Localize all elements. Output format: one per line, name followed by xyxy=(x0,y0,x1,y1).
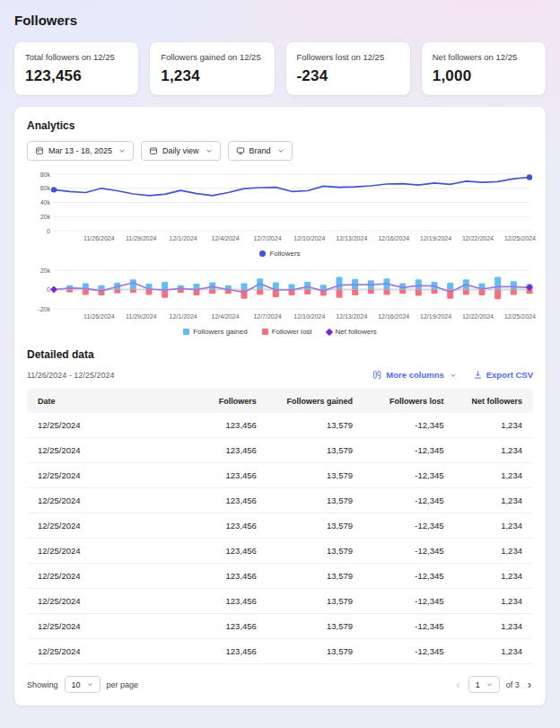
svg-text:20k: 20k xyxy=(40,214,51,220)
table-row: 12/25/2024 123,456 13,579 -12,345 1,234 xyxy=(27,413,533,438)
bar-chart-legend: Followers gained Follower lost Net follo… xyxy=(27,328,533,336)
table-row: 12/25/2024 123,456 13,579 -12,345 1,234 xyxy=(27,589,533,614)
cell-followers: 123,456 xyxy=(179,614,267,638)
view-granularity-label: Daily view xyxy=(162,146,199,155)
cell-followers-gained: 13,579 xyxy=(267,614,363,638)
svg-text:-20k: -20k xyxy=(38,306,50,312)
column-header-followers: Followers xyxy=(179,389,267,413)
stat-value: -234 xyxy=(297,67,399,85)
cell-followers: 123,456 xyxy=(179,564,267,588)
column-header-followers-lost: Followers lost xyxy=(363,389,455,413)
more-columns-button[interactable]: More columns xyxy=(372,370,456,380)
svg-text:11/29/2024: 11/29/2024 xyxy=(126,235,157,241)
next-page-button[interactable]: › xyxy=(526,679,533,690)
page-value: 1 xyxy=(476,680,480,689)
more-columns-label: More columns xyxy=(386,370,443,380)
table-body: 12/25/2024 123,456 13,579 -12,345 1,234 … xyxy=(27,413,533,664)
svg-text:12/19/2024: 12/19/2024 xyxy=(420,235,451,241)
cell-followers-lost: -12,345 xyxy=(363,513,455,538)
table-footer: Showing 10 per page ‹ 1 of 3 › xyxy=(27,664,533,693)
cell-followers-lost: -12,345 xyxy=(363,438,455,462)
svg-text:12/4/2024: 12/4/2024 xyxy=(211,313,239,320)
stat-card-net-followers: Net followers on 12/25 1,000 xyxy=(422,42,546,95)
cell-followers: 123,456 xyxy=(179,639,267,663)
svg-text:12/10/2024: 12/10/2024 xyxy=(293,313,325,320)
monitor-icon xyxy=(236,146,245,155)
page-select[interactable]: 1 xyxy=(468,676,500,693)
table-row: 12/25/2024 123,456 13,579 -12,345 1,234 xyxy=(27,614,533,639)
column-header-followers-gained: Followers gained xyxy=(267,389,363,413)
date-range-dropdown[interactable]: Mar 13 - 18, 2025 xyxy=(27,141,134,161)
svg-text:80k: 80k xyxy=(40,171,51,178)
cell-net-followers: 1,234 xyxy=(455,488,533,513)
cell-date: 12/25/2024 xyxy=(27,463,179,487)
cell-followers: 123,456 xyxy=(179,463,267,487)
stat-value: 1,000 xyxy=(433,67,535,85)
cell-date: 12/25/2024 xyxy=(27,564,179,588)
filters-row: Mar 13 - 18, 2025 Daily view Brand xyxy=(27,141,533,161)
cell-followers: 123,456 xyxy=(179,488,267,513)
svg-text:12/19/2024: 12/19/2024 xyxy=(420,313,451,320)
brand-label: Brand xyxy=(249,146,271,155)
chevron-down-icon xyxy=(277,147,284,154)
brand-dropdown[interactable]: Brand xyxy=(228,141,293,161)
cell-date: 12/25/2024 xyxy=(27,589,179,613)
cell-followers-gained: 13,579 xyxy=(267,539,363,563)
previous-page-button[interactable]: ‹ xyxy=(454,679,461,690)
page-title: Followers xyxy=(14,13,546,28)
date-range-label: Mar 13 - 18, 2025 xyxy=(48,146,112,155)
table-meta-row: 11/26/2024 - 12/25/2024 More columns Exp… xyxy=(27,370,533,380)
svg-text:12/4/2024: 12/4/2024 xyxy=(211,235,239,241)
cell-followers-gained: 13,579 xyxy=(267,463,363,487)
svg-text:12/25/2024: 12/25/2024 xyxy=(504,235,536,241)
legend-label: Net followers xyxy=(336,328,377,336)
cell-net-followers: 1,234 xyxy=(455,513,533,538)
cell-followers: 123,456 xyxy=(179,413,267,437)
table-header-row: Date Followers Followers gained Follower… xyxy=(27,389,533,413)
svg-text:12/25/2024: 12/25/2024 xyxy=(504,313,536,320)
detailed-data-title: Detailed data xyxy=(27,348,533,361)
net-legend-marker xyxy=(325,328,332,335)
column-header-net-followers: Net followers xyxy=(455,389,533,413)
view-granularity-dropdown[interactable]: Daily view xyxy=(141,141,221,161)
cell-date: 12/25/2024 xyxy=(27,413,179,437)
cell-followers-gained: 13,579 xyxy=(267,488,363,513)
cell-followers: 123,456 xyxy=(179,438,267,462)
table-row: 12/25/2024 123,456 13,579 -12,345 1,234 xyxy=(27,539,533,564)
per-page-value: 10 xyxy=(72,680,81,689)
svg-text:12/13/2024: 12/13/2024 xyxy=(336,313,367,320)
cell-followers: 123,456 xyxy=(179,513,267,538)
table-row: 12/25/2024 123,456 13,579 -12,345 1,234 xyxy=(27,513,533,539)
legend-label: Follower lost xyxy=(272,328,312,336)
cell-net-followers: 1,234 xyxy=(455,413,533,437)
cell-date: 12/25/2024 xyxy=(27,513,179,538)
followers-page: Followers Total followers on 12/25 123,4… xyxy=(0,0,560,720)
per-page-select[interactable]: 10 xyxy=(65,676,101,693)
analytics-card: Analytics Mar 13 - 18, 2025 Daily view B… xyxy=(14,107,546,706)
cell-date: 12/25/2024 xyxy=(27,639,179,663)
table-row: 12/25/2024 123,456 13,579 -12,345 1,234 xyxy=(27,463,533,488)
cell-net-followers: 1,234 xyxy=(455,539,533,563)
showing-label: Showing xyxy=(27,680,58,689)
lost-legend-marker xyxy=(262,329,268,335)
chevron-down-icon xyxy=(118,147,126,154)
cell-followers: 123,456 xyxy=(179,589,267,613)
cell-net-followers: 1,234 xyxy=(455,564,533,588)
gained-legend-marker xyxy=(183,329,189,335)
legend-item-follower-lost: Follower lost xyxy=(262,328,312,336)
calendar-icon xyxy=(35,146,44,155)
page-count-label: of 3 xyxy=(506,680,520,689)
export-csv-button[interactable]: Export CSV xyxy=(473,370,533,380)
cell-followers-lost: -12,345 xyxy=(363,639,455,663)
stat-card-total-followers: Total followers on 12/25 123,456 xyxy=(14,42,138,95)
svg-text:0: 0 xyxy=(47,228,50,234)
cell-followers-gained: 13,579 xyxy=(267,413,363,437)
svg-text:12/10/2024: 12/10/2024 xyxy=(293,235,325,241)
svg-text:12/16/2024: 12/16/2024 xyxy=(378,235,409,241)
chevron-down-icon xyxy=(450,372,457,379)
pagination-control: ‹ 1 of 3 › xyxy=(454,676,533,693)
chevron-down-icon xyxy=(486,681,493,688)
table-actions: More columns Export CSV xyxy=(372,370,533,380)
line-chart-legend: Followers xyxy=(27,250,533,258)
cell-date: 12/25/2024 xyxy=(27,488,179,513)
